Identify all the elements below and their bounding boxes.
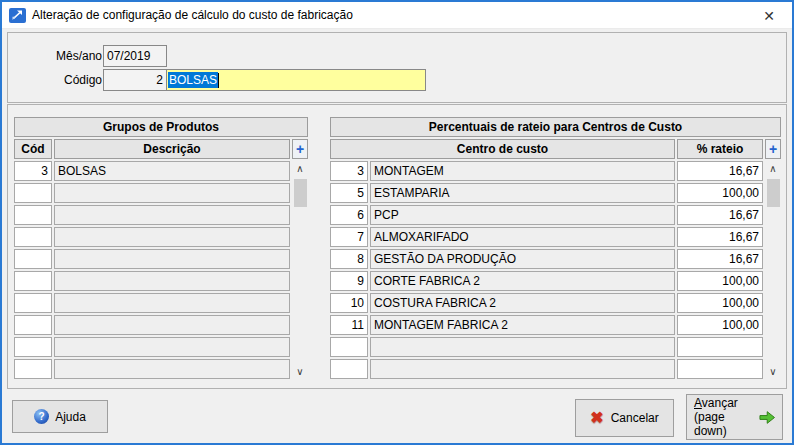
percent-cell[interactable]: 16,67 <box>677 161 763 181</box>
plus-icon: + <box>296 141 304 157</box>
groups-scrollbar[interactable]: ∧ ∨ <box>292 161 308 379</box>
plus-icon: + <box>769 141 777 157</box>
code-cell[interactable]: 8 <box>330 249 368 269</box>
month-year-label: Mês/ano <box>20 49 102 63</box>
code-cell[interactable] <box>330 359 368 379</box>
code-cell[interactable]: 9 <box>330 271 368 291</box>
center-cell[interactable] <box>370 359 675 379</box>
scroll-down-icon[interactable]: ∨ <box>765 364 781 379</box>
scrollbar-thumb[interactable] <box>767 179 780 207</box>
description-cell[interactable] <box>54 337 290 357</box>
code-description-field[interactable]: BOLSAS <box>166 69 426 91</box>
code-cell[interactable] <box>14 359 52 379</box>
code-cell[interactable]: 3 <box>330 161 368 181</box>
scroll-up-icon[interactable]: ∧ <box>292 161 308 176</box>
code-cell[interactable]: 11 <box>330 315 368 335</box>
percent-cell[interactable]: 100,00 <box>677 271 763 291</box>
code-cell[interactable]: 5 <box>330 183 368 203</box>
center-cell[interactable]: ALMOXARIFADO <box>370 227 675 247</box>
code-cell[interactable] <box>330 337 368 357</box>
advance-arrow-icon <box>759 410 775 425</box>
percent-cell[interactable] <box>677 337 763 357</box>
percent-cell[interactable]: 100,00 <box>677 183 763 203</box>
percent-cell[interactable]: 16,67 <box>677 227 763 247</box>
percent-cell[interactable]: 100,00 <box>677 293 763 313</box>
code-cell[interactable] <box>14 271 52 291</box>
percent-cell[interactable] <box>677 359 763 379</box>
code-cell[interactable] <box>14 315 52 335</box>
code-cell[interactable]: 6 <box>330 205 368 225</box>
cancel-x-icon: ✖ <box>590 410 603 426</box>
cancel-button[interactable]: ✖ Cancelar <box>575 399 674 437</box>
dialog-window: Alteração de configuração de cálculo do … <box>0 0 794 445</box>
groups-col-description: Descrição <box>54 139 290 159</box>
percent-cell[interactable]: 16,67 <box>677 205 763 225</box>
groups-col-code: Cód <box>14 139 52 159</box>
description-cell[interactable]: BOLSAS <box>54 161 290 181</box>
scrollbar-thumb[interactable] <box>294 179 307 207</box>
advance-button-label: Avançar (page down) <box>694 396 759 438</box>
center-cell[interactable]: CORTE FABRICA 2 <box>370 271 675 291</box>
window-title: Alteração de configuração de cálculo do … <box>32 8 353 22</box>
code-value: 2 <box>156 73 163 87</box>
center-cell[interactable]: PCP <box>370 205 675 225</box>
advance-button[interactable]: Avançar (page down) <box>686 394 783 440</box>
groups-add-button[interactable]: + <box>292 139 308 159</box>
groups-table: Grupos de Produtos Cód Descrição + 3 BOL… <box>14 117 308 379</box>
description-cell[interactable] <box>54 359 290 379</box>
code-cell[interactable] <box>14 183 52 203</box>
center-cell[interactable]: MONTAGEM FABRICA 2 <box>370 315 675 335</box>
scroll-up-icon[interactable]: ∧ <box>765 161 781 176</box>
allocation-scrollbar[interactable]: ∧ ∨ <box>765 161 781 379</box>
code-cell[interactable] <box>14 293 52 313</box>
center-cell[interactable]: COSTURA FABRICA 2 <box>370 293 675 313</box>
description-cell[interactable] <box>54 227 290 247</box>
code-cell[interactable]: 10 <box>330 293 368 313</box>
allocation-col-center: Centro de custo <box>330 139 675 159</box>
close-icon[interactable]: ✕ <box>758 5 780 27</box>
text-caret <box>218 73 219 88</box>
description-cell[interactable] <box>54 293 290 313</box>
center-cell[interactable] <box>370 337 675 357</box>
month-year-value: 07/2019 <box>107 49 150 63</box>
selected-text: BOLSAS <box>168 72 218 88</box>
code-cell[interactable] <box>14 227 52 247</box>
allocation-table-title: Percentuais de rateio para Centros de Cu… <box>330 117 781 137</box>
percent-cell[interactable]: 100,00 <box>677 315 763 335</box>
description-cell[interactable] <box>54 249 290 269</box>
center-cell[interactable]: GESTÃO DA PRODUÇÃO <box>370 249 675 269</box>
help-button[interactable]: ? Ajuda <box>12 400 108 433</box>
description-cell[interactable] <box>54 183 290 203</box>
groups-table-title: Grupos de Produtos <box>14 117 308 137</box>
app-icon <box>9 8 26 23</box>
code-cell[interactable]: 3 <box>14 161 52 181</box>
help-icon: ? <box>34 409 49 424</box>
allocation-table: Percentuais de rateio para Centros de Cu… <box>330 117 781 379</box>
code-label: Código <box>20 73 102 87</box>
month-year-field[interactable]: 07/2019 <box>103 45 167 67</box>
description-cell[interactable] <box>54 315 290 335</box>
description-cell[interactable] <box>54 205 290 225</box>
allocation-add-button[interactable]: + <box>765 139 781 159</box>
center-cell[interactable]: MONTAGEM <box>370 161 675 181</box>
scroll-down-icon[interactable]: ∨ <box>292 364 308 379</box>
help-button-label: Ajuda <box>55 410 86 424</box>
code-cell[interactable] <box>14 249 52 269</box>
code-field[interactable]: 2 <box>103 69 167 91</box>
top-fields-panel <box>7 32 787 103</box>
code-cell[interactable]: 7 <box>330 227 368 247</box>
code-cell[interactable] <box>14 205 52 225</box>
description-cell[interactable] <box>54 271 290 291</box>
center-cell[interactable]: ESTAMPARIA <box>370 183 675 203</box>
cancel-button-label: Cancelar <box>611 411 659 425</box>
allocation-col-percent: % rateio <box>677 139 763 159</box>
title-bar: Alteração de configuração de cálculo do … <box>2 2 792 29</box>
code-cell[interactable] <box>14 337 52 357</box>
percent-cell[interactable]: 16,67 <box>677 249 763 269</box>
